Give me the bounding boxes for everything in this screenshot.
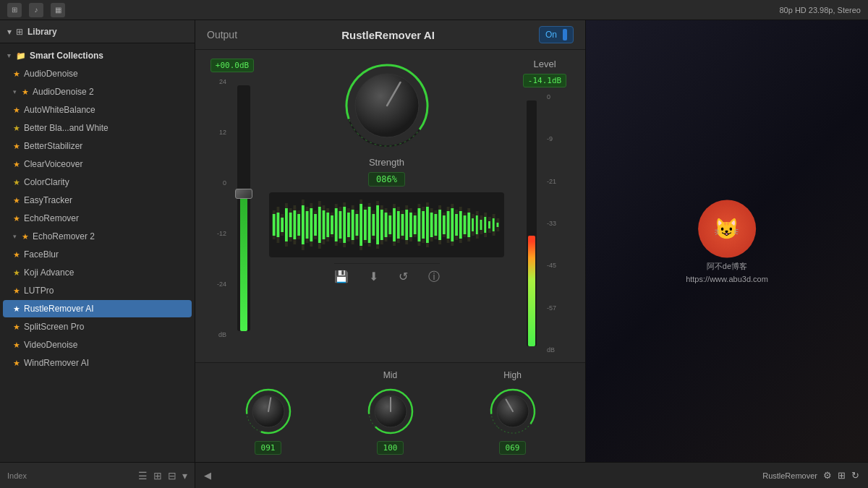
resolution-label: 80p HD 23.98p, Stereo (779, 6, 861, 14)
fader-mark-0: 0 (214, 179, 229, 187)
level-scale-marks: 0 -9 -21 -33 -45 -57 dB (545, 93, 563, 354)
bottom-controls[interactable]: ⚙ (823, 470, 832, 481)
svg-rect-75 (335, 208, 338, 241)
star-icon: ★ (22, 232, 29, 241)
knob-svg (340, 59, 434, 153)
sidebar-toggle-icon[interactable]: ▾ (7, 27, 12, 37)
sidebar-item-videodenoise[interactable]: ★ VideoDenoise (3, 336, 192, 354)
sidebar-list: ▾ 📁 Smart Collections ★ AudioDenoise ▾ ★… (0, 43, 195, 462)
bottom-controls-2[interactable]: ⊞ (838, 470, 846, 481)
footer-icon-2[interactable]: ⊞ (153, 470, 162, 481)
chevron-down-icon: ▾ (7, 52, 11, 59)
fader-mark-n12: -12 (214, 230, 229, 237)
folder-icon: 📁 (16, 51, 26, 61)
fader-track[interactable] (237, 85, 250, 331)
level-label: Level (533, 59, 556, 69)
bottom-bar: ◀ RustleRemover ⚙ ⊞ ↻ (195, 462, 868, 488)
sidebar-item-audiodenoise[interactable]: ★ AudioDenoise (3, 65, 192, 82)
level-bar (527, 100, 537, 346)
level-mark-n45: -45 (545, 262, 563, 269)
sidebar-footer: Index ☰ ⊞ ⊟ ▾ (0, 462, 195, 488)
svg-rect-97 (426, 207, 429, 243)
plugin-toggle-button[interactable]: On (539, 26, 574, 43)
sidebar-item-faceblur[interactable]: ★ FaceBlur (3, 246, 192, 263)
star-icon: ★ (13, 322, 20, 332)
low-knob[interactable] (243, 386, 294, 437)
svg-rect-103 (451, 208, 454, 241)
star-warning-icon: ★ (13, 124, 20, 133)
grid-icon[interactable]: ⊞ (7, 3, 22, 17)
svg-rect-112 (488, 221, 490, 228)
svg-rect-90 (397, 211, 400, 239)
sidebar-item-label: LUTPro (24, 286, 186, 296)
content-top: Output RustleRemover AI On +00.0dB 2 (195, 20, 868, 462)
sidebar-item-label: Smart Collections (30, 51, 186, 61)
plugin-output-label: Output (207, 29, 237, 40)
toggle-on-label: On (545, 30, 557, 40)
footer-icon-4[interactable]: ▾ (182, 470, 187, 481)
svg-rect-91 (401, 214, 404, 236)
sidebar-footer-icons: ☰ ⊞ ⊟ ▾ (138, 470, 187, 481)
sidebar-item-echoremover2[interactable]: ▾ ★ EchoRemover 2 (3, 228, 192, 245)
svg-rect-109 (476, 215, 478, 234)
fader-scale-marks: 24 12 0 -12 -24 dB (214, 78, 229, 338)
svg-rect-83 (368, 207, 371, 243)
star-icon: ★ (13, 69, 20, 79)
chevron-down-icon: ▾ (13, 88, 17, 95)
sidebar-item-rustleremoverai[interactable]: ★ RustleRemover AI (3, 300, 192, 317)
sidebar-item-clearvoiceover[interactable]: ★ ClearVoiceover (3, 155, 192, 173)
watermark-logo: 😺 (698, 200, 756, 257)
high-knob[interactable] (488, 386, 538, 437)
main-knob[interactable] (340, 59, 434, 153)
music-icon[interactable]: ♪ (29, 3, 43, 17)
sidebar-item-echoremover[interactable]: ★ EchoRemover (3, 210, 192, 227)
star-icon: ★ (13, 341, 20, 350)
fader-handle[interactable] (235, 189, 252, 199)
sidebar-item-splitscreenpro[interactable]: ★ SplitScreen Pro (3, 318, 192, 335)
mid-knob-group: Mid 100 (329, 370, 451, 455)
sidebar-item-betterblackwhite[interactable]: ★ Better Bla...and White (3, 119, 192, 137)
waveform-svg (269, 192, 504, 257)
plugin-actions: 💾 ⬇ ↺ ⓘ (334, 263, 440, 291)
sidebar-item-betterstabilizer[interactable]: ★ BetterStabilizer (3, 137, 192, 155)
sidebar-item-easytracker[interactable]: ★ EasyTracker (3, 192, 192, 209)
high-knob-label: High (503, 370, 522, 380)
plugin-header: Output RustleRemover AI On (195, 20, 585, 50)
reset-button[interactable]: ↺ (399, 270, 408, 285)
download-button[interactable]: ⬇ (369, 270, 378, 285)
save-button[interactable]: 💾 (334, 270, 349, 285)
sidebar-item-label: EchoRemover 2 (33, 231, 186, 241)
bottom-controls-3[interactable]: ↻ (851, 470, 859, 481)
svg-rect-64 (289, 213, 292, 237)
svg-rect-76 (339, 211, 342, 239)
sidebar-item-audiodenoise2[interactable]: ▾ ★ AudioDenoise 2 (3, 83, 192, 100)
clip-icon[interactable]: ▦ (51, 3, 65, 17)
star-icon: ★ (13, 106, 20, 115)
sidebar-item-colorclarity[interactable]: ★ ColorClarity (3, 174, 192, 191)
sidebar-footer-index: Index (7, 471, 27, 480)
sidebar-item-label: ClearVoiceover (24, 159, 186, 169)
footer-icon-1[interactable]: ☰ (138, 470, 148, 481)
sidebar-item-kojiadvance[interactable]: ★ Koji Advance (3, 264, 192, 281)
sidebar-item-lutpro[interactable]: ★ LUTPro (3, 282, 192, 299)
svg-rect-95 (418, 208, 421, 241)
sidebar-item-label: WindRemover AI (24, 358, 186, 368)
mid-knob[interactable] (365, 386, 416, 437)
svg-rect-104 (455, 214, 458, 236)
high-knob-svg (488, 386, 538, 437)
footer-icon-3[interactable]: ⊟ (168, 470, 176, 481)
level-bar-fill (528, 236, 535, 346)
sidebar-grid-icon: ⊞ (16, 27, 23, 37)
sidebar-item-autowhitebalance[interactable]: ★ AutoWhiteBalance (3, 101, 192, 119)
sidebar-header: ▾ ⊞ Library (0, 20, 195, 43)
plugin-panel: Output RustleRemover AI On +00.0dB 2 (195, 20, 586, 462)
bottom-bar-icon1[interactable]: ◀ (204, 470, 211, 481)
sidebar-title: Library (27, 27, 57, 37)
sidebar-item-windremoverai[interactable]: ★ WindRemover AI (3, 354, 192, 372)
svg-rect-99 (434, 214, 437, 236)
sidebar-item-smart-collections[interactable]: ▾ 📁 Smart Collections (3, 47, 192, 64)
plugin-title: RustleRemover AI (341, 29, 435, 41)
sidebar-item-label: AudioDenoise 2 (33, 87, 186, 97)
watermark-text-line1: 阿不de博客 (707, 260, 747, 271)
info-button[interactable]: ⓘ (428, 270, 440, 285)
